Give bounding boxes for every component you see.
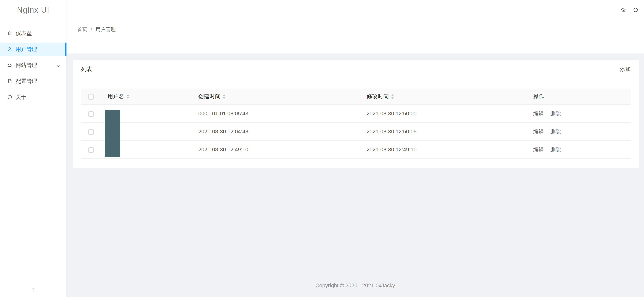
action-divider <box>547 112 547 116</box>
users-table: 用户名 创建时间 <box>81 88 631 159</box>
sidebar-item-sites[interactable]: 网站管理 <box>0 58 66 72</box>
sidebar-item-label: 关于 <box>16 94 26 101</box>
action-divider <box>547 148 547 152</box>
modified-cell: 2021-08-30 12:49:10 <box>360 140 526 158</box>
sidebar-item-about[interactable]: 关于 <box>0 90 66 104</box>
created-cell: 0001-01-01 08:05:43 <box>192 104 360 122</box>
actions-cell: 编辑删除 <box>526 140 631 158</box>
page-header: 首页 / 用户管理 用户管理 <box>66 20 644 54</box>
created-cell: 2021-08-30 12:04:48 <box>192 122 360 140</box>
table-row: 0001-01-01 08:05:43 2021-08-30 12:50:00 … <box>81 104 631 122</box>
row-checkbox[interactable] <box>88 129 94 135</box>
modified-cell: 2021-08-30 12:50:00 <box>360 104 526 122</box>
delete-button[interactable]: 删除 <box>550 146 561 152</box>
modified-cell: 2021-08-30 12:50:05 <box>360 122 526 140</box>
breadcrumb-home[interactable]: 首页 <box>77 26 87 33</box>
copyright-footer: Copyright © 2020 - 2021 0xJacky <box>66 282 644 288</box>
sorter-icon[interactable] <box>223 94 226 99</box>
card-body: 用户名 创建时间 <box>73 79 639 159</box>
list-card: 列表 添加 用户名 <box>73 60 639 168</box>
row-checkbox[interactable] <box>88 147 94 153</box>
sidebar-item-label: 网站管理 <box>16 62 37 69</box>
info-circle-icon <box>7 95 12 100</box>
content-area: 列表 添加 用户名 <box>66 54 644 297</box>
sidebar-collapse-trigger[interactable] <box>0 286 66 294</box>
home-icon <box>7 31 12 36</box>
file-icon <box>7 79 12 84</box>
breadcrumb-current: 用户管理 <box>96 26 116 33</box>
chevron-down-icon <box>56 63 60 67</box>
delete-button[interactable]: 删除 <box>550 128 561 134</box>
sidebar-item-label: 配置管理 <box>16 78 37 85</box>
breadcrumb-separator: / <box>91 26 92 33</box>
action-divider <box>547 130 547 134</box>
actions-cell: 编辑删除 <box>526 104 631 122</box>
sidebar-item-dashboard[interactable]: 仪表盘 <box>0 26 66 40</box>
sorter-icon[interactable] <box>391 94 394 99</box>
app-logo: Nginx UI <box>0 0 66 20</box>
actions-cell: 编辑删除 <box>526 122 631 140</box>
edit-button[interactable]: 编辑 <box>533 128 544 134</box>
app-root: Nginx UI 仪表盘 用户管理 网站管理 <box>0 0 644 297</box>
sidebar-item-users[interactable]: 用户管理 <box>0 42 66 56</box>
table-row: 2021-08-30 12:04:48 2021-08-30 12:50:05 … <box>81 122 631 140</box>
breadcrumb: 首页 / 用户管理 <box>77 26 116 33</box>
edit-button[interactable]: 编辑 <box>533 146 544 152</box>
sidebar-item-label: 仪表盘 <box>16 30 32 37</box>
chevron-left-icon <box>31 287 36 294</box>
column-header-created[interactable]: 创建时间 <box>192 88 360 104</box>
sidebar-item-config[interactable]: 配置管理 <box>0 74 66 88</box>
row-checkbox[interactable] <box>88 111 94 117</box>
table-row: 2021-08-30 12:49:10 2021-08-30 12:49:10 … <box>81 140 631 158</box>
edit-button[interactable]: 编辑 <box>533 110 544 116</box>
sidebar: Nginx UI 仪表盘 用户管理 网站管理 <box>0 0 66 297</box>
logo-divider <box>5 20 59 20</box>
sorter-icon[interactable] <box>126 94 129 99</box>
add-button[interactable]: 添加 <box>620 66 631 73</box>
card-title: 列表 <box>81 66 92 73</box>
home-icon[interactable] <box>620 7 626 12</box>
sidebar-item-label: 用户管理 <box>16 46 37 53</box>
card-header: 列表 添加 <box>73 60 639 79</box>
logout-icon[interactable] <box>633 7 638 12</box>
column-header-actions: 操作 <box>526 88 631 104</box>
column-header-modified[interactable]: 修改时间 <box>360 88 526 104</box>
column-header-username[interactable]: 用户名 <box>101 88 192 104</box>
select-all-checkbox[interactable] <box>88 94 94 100</box>
table-header-row: 用户名 创建时间 <box>81 88 631 104</box>
cloud-icon <box>7 63 12 68</box>
delete-button[interactable]: 删除 <box>550 110 561 116</box>
redacted-usernames-overlay <box>105 110 120 157</box>
sidebar-menu: 仪表盘 用户管理 网站管理 配 <box>0 26 66 106</box>
top-header <box>66 0 644 20</box>
created-cell: 2021-08-30 12:49:10 <box>192 140 360 158</box>
user-icon <box>7 47 12 52</box>
